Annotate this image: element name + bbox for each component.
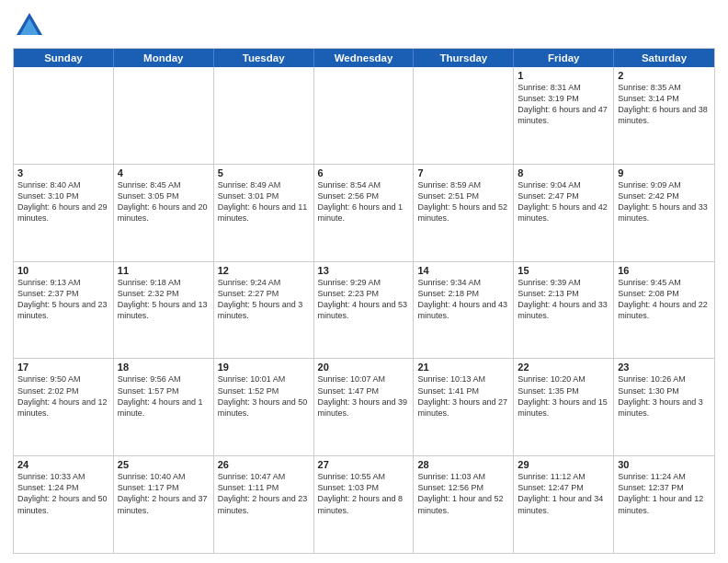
day-number: 12 bbox=[218, 265, 310, 276]
day-info: Sunrise: 9:50 AM Sunset: 2:02 PM Dayligh… bbox=[17, 373, 109, 419]
calendar-body: 1Sunrise: 8:31 AM Sunset: 3:19 PM Daylig… bbox=[14, 67, 714, 553]
cal-cell: 29Sunrise: 11:12 AM Sunset: 12:47 PM Day… bbox=[514, 456, 614, 553]
cal-week: 1Sunrise: 8:31 AM Sunset: 3:19 PM Daylig… bbox=[14, 67, 714, 164]
day-info: Sunrise: 8:40 AM Sunset: 3:10 PM Dayligh… bbox=[17, 179, 109, 224]
day-info: Sunrise: 10:07 AM Sunset: 1:47 PM Daylig… bbox=[318, 373, 410, 419]
cal-cell: 20Sunrise: 10:07 AM Sunset: 1:47 PM Dayl… bbox=[314, 359, 415, 455]
cal-cell: 19Sunrise: 10:01 AM Sunset: 1:52 PM Dayl… bbox=[214, 359, 314, 455]
cal-cell: 25Sunrise: 10:40 AM Sunset: 1:17 PM Dayl… bbox=[114, 456, 214, 553]
day-number: 28 bbox=[417, 459, 509, 470]
cal-header-cell: Wednesday bbox=[314, 49, 415, 67]
cal-week: 3Sunrise: 8:40 AM Sunset: 3:10 PM Daylig… bbox=[14, 164, 714, 261]
day-info: Sunrise: 10:20 AM Sunset: 1:35 PM Daylig… bbox=[518, 373, 609, 419]
cal-cell bbox=[14, 67, 114, 164]
day-info: Sunrise: 11:24 AM Sunset: 12:37 PM Dayli… bbox=[618, 471, 711, 516]
day-info: Sunrise: 10:55 AM Sunset: 1:03 PM Daylig… bbox=[318, 471, 410, 516]
day-info: Sunrise: 9:45 AM Sunset: 2:08 PM Dayligh… bbox=[618, 277, 711, 322]
cal-cell: 18Sunrise: 9:56 AM Sunset: 1:57 PM Dayli… bbox=[114, 359, 214, 455]
cal-cell: 2Sunrise: 8:35 AM Sunset: 3:14 PM Daylig… bbox=[614, 67, 714, 164]
day-number: 5 bbox=[218, 167, 310, 178]
cal-cell: 1Sunrise: 8:31 AM Sunset: 3:19 PM Daylig… bbox=[514, 67, 614, 164]
cal-cell: 15Sunrise: 9:39 AM Sunset: 2:13 PM Dayli… bbox=[514, 262, 614, 359]
day-info: Sunrise: 11:12 AM Sunset: 12:47 PM Dayli… bbox=[518, 471, 609, 516]
page: SundayMondayTuesdayWednesdayThursdayFrid… bbox=[0, 0, 728, 563]
cal-cell: 17Sunrise: 9:50 AM Sunset: 2:02 PM Dayli… bbox=[14, 359, 114, 455]
day-number: 19 bbox=[218, 362, 310, 373]
day-number: 11 bbox=[118, 265, 210, 276]
cal-cell: 26Sunrise: 10:47 AM Sunset: 1:11 PM Dayl… bbox=[214, 456, 314, 553]
cal-week: 17Sunrise: 9:50 AM Sunset: 2:02 PM Dayli… bbox=[14, 358, 714, 455]
cal-cell: 3Sunrise: 8:40 AM Sunset: 3:10 PM Daylig… bbox=[14, 165, 114, 261]
cal-cell: 28Sunrise: 11:03 AM Sunset: 12:56 PM Day… bbox=[414, 456, 514, 553]
day-number: 4 bbox=[118, 167, 210, 178]
cal-cell: 11Sunrise: 9:18 AM Sunset: 2:32 PM Dayli… bbox=[114, 262, 214, 359]
day-info: Sunrise: 8:54 AM Sunset: 2:56 PM Dayligh… bbox=[318, 179, 410, 224]
cal-cell: 21Sunrise: 10:13 AM Sunset: 1:41 PM Dayl… bbox=[414, 359, 514, 455]
cal-cell: 16Sunrise: 9:45 AM Sunset: 2:08 PM Dayli… bbox=[614, 262, 714, 359]
cal-week: 10Sunrise: 9:13 AM Sunset: 2:37 PM Dayli… bbox=[14, 261, 714, 359]
cal-cell: 14Sunrise: 9:34 AM Sunset: 2:18 PM Dayli… bbox=[414, 262, 514, 359]
cal-cell: 8Sunrise: 9:04 AM Sunset: 2:47 PM Daylig… bbox=[514, 165, 614, 261]
day-number: 1 bbox=[518, 70, 609, 81]
day-info: Sunrise: 10:33 AM Sunset: 1:24 PM Daylig… bbox=[17, 471, 109, 516]
day-number: 25 bbox=[118, 459, 210, 470]
cal-cell: 23Sunrise: 10:26 AM Sunset: 1:30 PM Dayl… bbox=[614, 359, 714, 455]
calendar: SundayMondayTuesdayWednesdayThursdayFrid… bbox=[13, 48, 715, 554]
day-info: Sunrise: 10:01 AM Sunset: 1:52 PM Daylig… bbox=[218, 373, 310, 419]
day-number: 26 bbox=[218, 459, 310, 470]
day-number: 18 bbox=[118, 362, 210, 373]
cal-header-cell: Saturday bbox=[614, 49, 714, 67]
cal-cell: 24Sunrise: 10:33 AM Sunset: 1:24 PM Dayl… bbox=[14, 456, 114, 553]
day-number: 22 bbox=[518, 362, 609, 373]
cal-cell: 5Sunrise: 8:49 AM Sunset: 3:01 PM Daylig… bbox=[214, 165, 314, 261]
day-info: Sunrise: 8:59 AM Sunset: 2:51 PM Dayligh… bbox=[417, 179, 509, 224]
cal-cell: 13Sunrise: 9:29 AM Sunset: 2:23 PM Dayli… bbox=[314, 262, 415, 359]
day-info: Sunrise: 10:13 AM Sunset: 1:41 PM Daylig… bbox=[417, 373, 509, 419]
cal-cell: 10Sunrise: 9:13 AM Sunset: 2:37 PM Dayli… bbox=[14, 262, 114, 359]
cal-header-cell: Friday bbox=[514, 49, 614, 67]
logo-icon bbox=[13, 9, 46, 42]
day-number: 24 bbox=[17, 459, 109, 470]
day-number: 15 bbox=[518, 265, 609, 276]
day-number: 30 bbox=[618, 459, 711, 470]
cal-header-cell: Tuesday bbox=[214, 49, 314, 67]
day-info: Sunrise: 9:29 AM Sunset: 2:23 PM Dayligh… bbox=[318, 277, 410, 322]
day-number: 29 bbox=[518, 459, 609, 470]
cal-cell: 7Sunrise: 8:59 AM Sunset: 2:51 PM Daylig… bbox=[414, 165, 514, 261]
day-number: 10 bbox=[17, 265, 109, 276]
day-number: 16 bbox=[618, 265, 711, 276]
cal-header-cell: Monday bbox=[114, 49, 214, 67]
day-number: 6 bbox=[318, 167, 410, 178]
day-number: 9 bbox=[618, 167, 711, 178]
day-info: Sunrise: 10:40 AM Sunset: 1:17 PM Daylig… bbox=[118, 471, 210, 516]
day-info: Sunrise: 11:03 AM Sunset: 12:56 PM Dayli… bbox=[417, 471, 509, 516]
cal-cell bbox=[314, 67, 415, 164]
day-info: Sunrise: 9:13 AM Sunset: 2:37 PM Dayligh… bbox=[17, 277, 109, 322]
cal-cell: 22Sunrise: 10:20 AM Sunset: 1:35 PM Dayl… bbox=[514, 359, 614, 455]
cal-cell: 4Sunrise: 8:45 AM Sunset: 3:05 PM Daylig… bbox=[114, 165, 214, 261]
day-number: 13 bbox=[318, 265, 410, 276]
day-number: 21 bbox=[417, 362, 509, 373]
cal-cell: 6Sunrise: 8:54 AM Sunset: 2:56 PM Daylig… bbox=[314, 165, 415, 261]
day-info: Sunrise: 10:47 AM Sunset: 1:11 PM Daylig… bbox=[218, 471, 310, 516]
cal-header-cell: Sunday bbox=[14, 49, 114, 67]
day-number: 23 bbox=[618, 362, 711, 373]
day-number: 2 bbox=[618, 70, 711, 81]
cal-cell: 27Sunrise: 10:55 AM Sunset: 1:03 PM Dayl… bbox=[314, 456, 415, 553]
day-info: Sunrise: 9:34 AM Sunset: 2:18 PM Dayligh… bbox=[417, 277, 509, 322]
day-info: Sunrise: 9:39 AM Sunset: 2:13 PM Dayligh… bbox=[518, 277, 609, 322]
day-info: Sunrise: 9:24 AM Sunset: 2:27 PM Dayligh… bbox=[218, 277, 310, 322]
day-info: Sunrise: 9:18 AM Sunset: 2:32 PM Dayligh… bbox=[118, 277, 210, 322]
cal-cell: 30Sunrise: 11:24 AM Sunset: 12:37 PM Day… bbox=[614, 456, 714, 553]
cal-week: 24Sunrise: 10:33 AM Sunset: 1:24 PM Dayl… bbox=[14, 455, 714, 553]
day-number: 27 bbox=[318, 459, 410, 470]
day-info: Sunrise: 9:04 AM Sunset: 2:47 PM Dayligh… bbox=[518, 179, 609, 224]
header bbox=[13, 9, 715, 42]
day-info: Sunrise: 10:26 AM Sunset: 1:30 PM Daylig… bbox=[618, 373, 711, 419]
cal-header-cell: Thursday bbox=[414, 49, 514, 67]
cal-cell bbox=[214, 67, 314, 164]
day-number: 7 bbox=[417, 167, 509, 178]
day-number: 3 bbox=[17, 167, 109, 178]
cal-cell: 12Sunrise: 9:24 AM Sunset: 2:27 PM Dayli… bbox=[214, 262, 314, 359]
day-info: Sunrise: 8:45 AM Sunset: 3:05 PM Dayligh… bbox=[118, 179, 210, 224]
